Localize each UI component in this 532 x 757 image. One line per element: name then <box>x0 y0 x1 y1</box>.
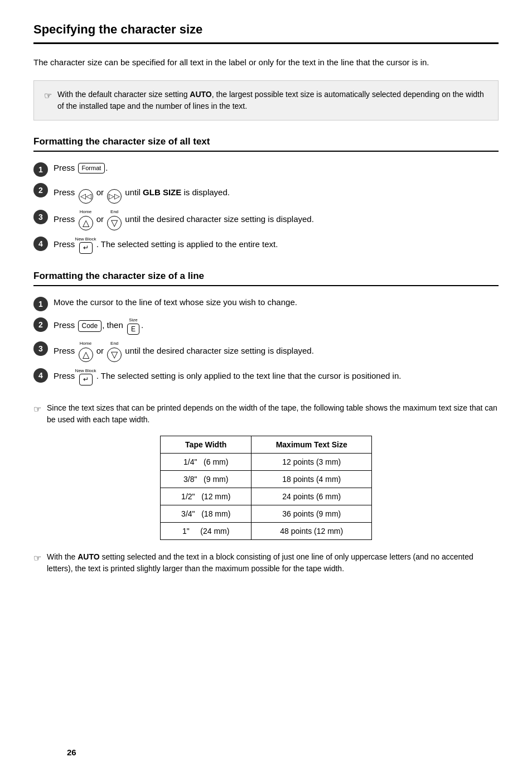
step-num-2-2: 2 <box>33 317 48 332</box>
tape-width-3: 1/2" (12 mm) <box>161 488 252 505</box>
step-1-3: 3 Press Home △ or End ▽ until the desire… <box>33 209 499 230</box>
tape-width-4: 3/4" (18 mm) <box>161 505 252 523</box>
table-header-size: Maximum Text Size <box>252 436 372 454</box>
enter-btn-2[interactable]: ↵ <box>79 374 93 385</box>
table-header-width: Tape Width <box>161 436 252 454</box>
tape-width-1: 1/4" (6 mm) <box>161 454 252 471</box>
step-2-3: 3 Press Home △ or End ▽ until the desire… <box>33 341 499 362</box>
section-line: Formatting the character size of a line … <box>33 271 499 385</box>
format-btn[interactable]: Format <box>78 163 105 173</box>
note-inline-2: ☞ Since the text sizes that can be print… <box>33 402 499 426</box>
end-btn[interactable]: ▽ <box>107 216 122 230</box>
step-num-2-4: 4 <box>33 368 48 383</box>
intro-text: The character size can be specified for … <box>33 56 499 69</box>
code-btn[interactable]: Code <box>78 320 102 332</box>
home-btn-2[interactable]: △ <box>79 348 93 362</box>
home-label: Home <box>80 209 91 215</box>
e-btn[interactable]: E <box>127 324 139 335</box>
step-num-2-3: 3 <box>33 341 48 356</box>
right-arrow-btn-1[interactable]: ▷▷ <box>107 189 122 204</box>
step-1-4: 4 Press New Block ↵ . The selected setti… <box>33 236 499 254</box>
step-1-1: 1 Press Format. <box>33 162 499 177</box>
max-size-1: 12 points (3 mm) <box>252 454 372 471</box>
newblock-label-1: New Block <box>75 236 96 243</box>
step-content-2-3: Press Home △ or End ▽ until the desired … <box>54 341 499 362</box>
newblock-label-2: New Block <box>75 368 96 374</box>
section1-title: Formatting the character size of all tex… <box>33 136 499 152</box>
max-size-3: 24 points (6 mm) <box>252 488 372 505</box>
step-content-1-4: Press New Block ↵ . The selected setting… <box>54 236 499 254</box>
note-inline-3: ☞ With the AUTO setting selected and the… <box>33 551 499 575</box>
note-text-1: With the default character size setting … <box>57 89 488 112</box>
step-content-2-1: Move the cursor to the line of text whos… <box>54 296 499 309</box>
step-content-1-3: Press Home △ or End ▽ until the desired … <box>54 209 499 230</box>
step-content-2-2: Press Code, then Size E . <box>54 317 499 335</box>
table-row: 1/4" (6 mm) 12 points (3 mm) <box>161 454 372 471</box>
tape-width-2: 3/8" (9 mm) <box>161 471 252 488</box>
step-num-1-1: 1 <box>33 162 48 177</box>
note-icon-3: ☞ <box>33 552 41 565</box>
left-arrow-btn-1[interactable]: ◁◁ <box>79 189 93 204</box>
section2-title: Formatting the character size of a line <box>33 271 499 286</box>
step-1-2: 2 Press ◁◁ or ▷▷ until GLB SIZE is displ… <box>33 182 499 204</box>
table-row: 3/8" (9 mm) 18 points (4 mm) <box>161 471 372 488</box>
size-label: Size <box>129 317 138 324</box>
step-content-1-2: Press ◁◁ or ▷▷ until GLB SIZE is display… <box>54 182 499 204</box>
note-text-2: Since the text sizes that can be printed… <box>47 402 499 426</box>
table-row: 3/4" (18 mm) 36 points (9 mm) <box>161 505 372 523</box>
page-title: Specifying the character size <box>33 22 499 44</box>
step-2-1: 1 Move the cursor to the line of text wh… <box>33 296 499 311</box>
max-size-5: 48 points (12 mm) <box>252 523 372 540</box>
step-content-1-1: Press Format. <box>54 162 499 175</box>
end-label: End <box>110 209 118 215</box>
step-num-1-4: 4 <box>33 237 48 251</box>
step-content-2-4: Press New Block ↵ . The selected setting… <box>54 368 499 386</box>
max-size-4: 36 points (9 mm) <box>252 505 372 523</box>
step-num-1-2: 2 <box>33 183 48 197</box>
note-icon-1: ☞ <box>44 89 52 103</box>
step-num-1-3: 3 <box>33 210 48 224</box>
end-btn-2[interactable]: ▽ <box>107 348 122 362</box>
home-label-2: Home <box>80 340 91 347</box>
note-box-1: ☞ With the default character size settin… <box>33 80 499 120</box>
note-icon-2: ☞ <box>33 403 41 416</box>
tape-table: Tape Width Maximum Text Size 1/4" (6 mm)… <box>160 436 372 540</box>
page-number: 26 <box>67 748 76 757</box>
enter-btn-1[interactable]: ↵ <box>79 242 93 254</box>
section-all-text: Formatting the character size of all tex… <box>33 136 499 254</box>
note-text-3: With the AUTO setting selected and the t… <box>47 551 499 575</box>
tape-width-5: 1" (24 mm) <box>161 523 252 540</box>
step-2-4: 4 Press New Block ↵ . The selected setti… <box>33 368 499 386</box>
table-row: 1/2" (12 mm) 24 points (6 mm) <box>161 488 372 505</box>
step-2-2: 2 Press Code, then Size E . <box>33 317 499 335</box>
end-label-2: End <box>110 340 118 347</box>
max-size-2: 18 points (4 mm) <box>252 471 372 488</box>
step-num-2-1: 1 <box>33 297 48 311</box>
table-row: 1" (24 mm) 48 points (12 mm) <box>161 523 372 540</box>
home-btn[interactable]: △ <box>79 216 93 230</box>
